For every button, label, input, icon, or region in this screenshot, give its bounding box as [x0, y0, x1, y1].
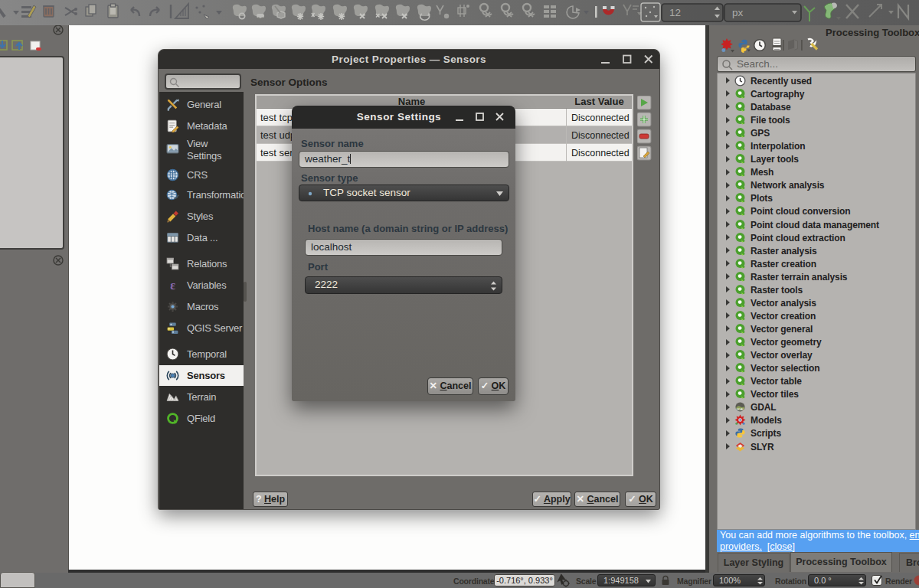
svg-text:GDAL: GDAL	[736, 408, 744, 411]
svg-text:ε: ε	[170, 279, 175, 292]
svg-text:px: px	[732, 7, 744, 18]
svg-text:12: 12	[669, 7, 681, 18]
